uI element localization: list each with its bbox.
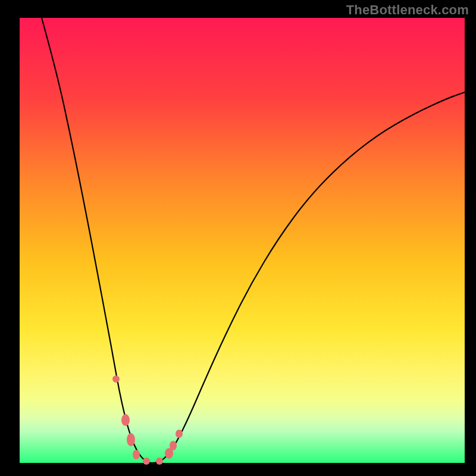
marker-dot <box>156 458 163 465</box>
chart-frame: TheBottleneck.com <box>0 0 476 476</box>
bottleneck-chart <box>0 0 476 476</box>
plot-area <box>20 18 465 463</box>
marker-dot <box>143 458 150 465</box>
marker-dot <box>170 441 177 450</box>
marker-dot <box>112 375 120 383</box>
watermark-text: TheBottleneck.com <box>346 2 469 18</box>
marker-dot <box>133 450 140 459</box>
marker-dot <box>176 430 183 438</box>
marker-dot <box>121 414 130 426</box>
marker-dot <box>127 433 135 446</box>
